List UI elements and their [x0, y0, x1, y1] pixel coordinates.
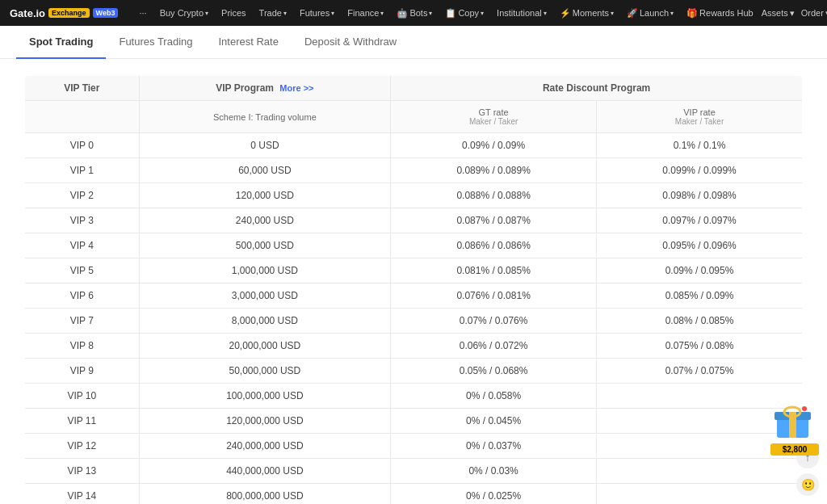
top-navigation: Gate.io Exchange Web3 ··· Buy Crypto▾ Pr… — [0, 0, 827, 26]
vip-tier-cell: VIP 0 — [25, 133, 140, 158]
fee-table: VIP Tier VIP Program More >> Rate Discou… — [24, 75, 803, 504]
volume-cell: 20,000,000 USD — [139, 334, 391, 359]
vip-rate-cell: 0.085% / 0.09% — [597, 284, 803, 309]
volume-cell: 500,000 USD — [139, 233, 391, 258]
vip-tier-cell: VIP 2 — [25, 183, 140, 208]
table-row: VIP 00 USD0.09% / 0.09%0.1% / 0.1% — [25, 133, 803, 158]
nav-rewards[interactable]: 🎁Rewards Hub — [682, 8, 758, 19]
volume-cell: 3,000,000 USD — [139, 284, 391, 309]
gt-rate-cell: 0.089% / 0.089% — [391, 158, 597, 183]
vip-tier-cell: VIP 12 — [25, 434, 140, 459]
nav-buy-crypto[interactable]: Buy Crypto▾ — [155, 8, 213, 18]
gift-widget[interactable]: $2,800 — [770, 397, 819, 456]
nav-order[interactable]: Order▾ — [801, 8, 827, 19]
table-row: VIP 51,000,000 USD0.081% / 0.085%0.09% /… — [25, 258, 803, 284]
nav-launch[interactable]: 🚀Launch▾ — [622, 8, 678, 19]
nav-assets[interactable]: Assets▾ — [762, 8, 795, 19]
nav-bots[interactable]: 🤖Bots▾ — [392, 8, 437, 19]
gift-price[interactable]: $2,800 — [770, 443, 819, 456]
nav-dots[interactable]: ··· — [134, 8, 151, 18]
vip-tier-cell: VIP 13 — [25, 459, 140, 484]
nav-futures[interactable]: Futures▾ — [295, 8, 339, 18]
table-row: VIP 78,000,000 USD0.07% / 0.076%0.08% / … — [25, 309, 803, 334]
gt-rate-cell: 0% / 0.025% — [391, 484, 597, 505]
volume-cell: 240,000,000 USD — [139, 434, 391, 459]
volume-cell: 50,000,000 USD — [139, 359, 391, 384]
vip-rate-cell: 0.075% / 0.08% — [597, 334, 803, 359]
table-row: VIP 63,000,000 USD0.076% / 0.081%0.085% … — [25, 284, 803, 309]
nav-prices[interactable]: Prices — [216, 8, 251, 18]
table-row: VIP 160,000 USD0.089% / 0.089%0.099% / 0… — [25, 158, 803, 183]
gt-rate-cell: 0.076% / 0.081% — [391, 284, 597, 309]
logo[interactable]: Gate.io Exchange Web3 — [10, 7, 118, 19]
volume-cell: 800,000,000 USD — [139, 484, 391, 505]
vip-tier-cell: VIP 1 — [25, 158, 140, 183]
more-link[interactable]: More >> — [279, 83, 313, 93]
gt-rate-cell: 0.09% / 0.09% — [391, 133, 597, 158]
gt-rate-cell: 0.05% / 0.068% — [391, 359, 597, 384]
volume-cell: 240,000 USD — [139, 208, 391, 233]
table-row: VIP 14800,000,000 USD0% / 0.025% — [25, 484, 803, 505]
header-vip-tier: VIP Tier — [25, 76, 140, 101]
vip-rate-cell: 0.099% / 0.099% — [597, 158, 803, 183]
volume-cell: 8,000,000 USD — [139, 309, 391, 334]
table-row: VIP 2120,000 USD0.088% / 0.088%0.098% / … — [25, 183, 803, 208]
volume-cell: 440,000,000 USD — [139, 459, 391, 484]
gt-rate-cell: 0.087% / 0.087% — [391, 208, 597, 233]
vip-rate-cell — [597, 459, 803, 484]
vip-rate-cell: 0.097% / 0.097% — [597, 208, 803, 233]
tab-futures-trading[interactable]: Futures Trading — [106, 26, 205, 59]
vip-rate-cell: 0.09% / 0.095% — [597, 258, 803, 284]
nav-right: Assets▾ Order▾ 👤 🔔 ⊞ 🌐 🌙 📱 🔍 — [762, 8, 827, 19]
logo-text: Gate.io — [10, 7, 45, 19]
nav-finance[interactable]: Finance▾ — [342, 8, 388, 18]
web3-badge: Web3 — [93, 8, 119, 18]
tab-interest-rate[interactable]: Interest Rate — [206, 26, 292, 59]
vip-tier-cell: VIP 3 — [25, 208, 140, 233]
vip-rate-cell: 0.1% / 0.1% — [597, 133, 803, 158]
sub-navigation: Spot Trading Futures Trading Interest Ra… — [0, 26, 827, 59]
table-row: VIP 3240,000 USD0.087% / 0.087%0.097% / … — [25, 208, 803, 233]
header-empty-1 — [25, 101, 140, 133]
volume-cell: 60,000 USD — [139, 158, 391, 183]
nav-trade[interactable]: Trade▾ — [254, 8, 292, 18]
header-vip-program: VIP Program More >> — [139, 76, 391, 101]
nav-copy[interactable]: 📋Copy▾ — [440, 8, 489, 19]
gt-rate-cell: 0% / 0.03% — [391, 459, 597, 484]
gt-rate-cell: 0% / 0.058% — [391, 384, 597, 409]
table-row: VIP 10100,000,000 USD0% / 0.058% — [25, 384, 803, 409]
header-gt-rate: GT rate Maker / Taker — [391, 101, 597, 133]
vip-tier-cell: VIP 4 — [25, 233, 140, 258]
header-vip-rate: VIP rate Maker / Taker — [597, 101, 803, 133]
vip-tier-cell: VIP 9 — [25, 359, 140, 384]
table-row: VIP 13440,000,000 USD0% / 0.03% — [25, 459, 803, 484]
table-row: VIP 12240,000,000 USD0% / 0.037% — [25, 434, 803, 459]
feedback-icon[interactable]: 🙂 — [796, 473, 819, 496]
table-row: VIP 11120,000,000 USD0% / 0.045% — [25, 409, 803, 434]
nav-institutional[interactable]: Institutional▾ — [492, 8, 552, 18]
vip-tier-cell: VIP 7 — [25, 309, 140, 334]
vip-tier-cell: VIP 14 — [25, 484, 140, 505]
vip-tier-cell: VIP 6 — [25, 284, 140, 309]
gt-rate-cell: 0.086% / 0.086% — [391, 233, 597, 258]
gt-rate-cell: 0.07% / 0.076% — [391, 309, 597, 334]
table-row: VIP 950,000,000 USD0.05% / 0.068%0.07% /… — [25, 359, 803, 384]
vip-tier-cell: VIP 11 — [25, 409, 140, 434]
vip-tier-cell: VIP 8 — [25, 334, 140, 359]
gift-box-icon — [770, 397, 815, 442]
header-rate-discount: Rate Discount Program — [391, 76, 803, 101]
volume-cell: 100,000,000 USD — [139, 384, 391, 409]
gt-rate-cell: 0.06% / 0.072% — [391, 334, 597, 359]
nav-moments[interactable]: ⚡Moments▾ — [555, 8, 619, 19]
gt-rate-cell: 0.088% / 0.088% — [391, 183, 597, 208]
gt-rate-cell: 0% / 0.045% — [391, 409, 597, 434]
volume-cell: 1,000,000 USD — [139, 258, 391, 284]
exchange-badge: Exchange — [48, 8, 90, 18]
table-row: VIP 820,000,000 USD0.06% / 0.072%0.075% … — [25, 334, 803, 359]
volume-cell: 120,000,000 USD — [139, 409, 391, 434]
vip-rate-cell: 0.08% / 0.085% — [597, 309, 803, 334]
gt-rate-cell: 0.081% / 0.085% — [391, 258, 597, 284]
vip-rate-cell — [597, 484, 803, 505]
tab-deposit-withdraw[interactable]: Deposit & Withdraw — [292, 26, 409, 59]
tab-spot-trading[interactable]: Spot Trading — [16, 26, 106, 59]
